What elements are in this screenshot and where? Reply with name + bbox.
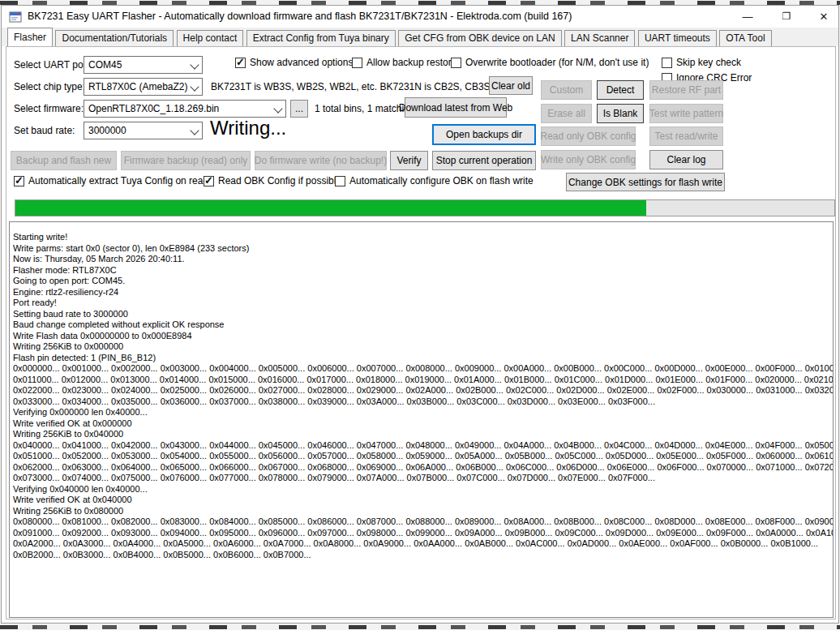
firmware-select[interactable]: OpenRTL87X0C_1.18.269.bin (84, 100, 286, 118)
chip-type-label: Select chip type: (14, 81, 85, 92)
checkbox-box[interactable] (662, 58, 672, 68)
checkbox-box[interactable] (352, 58, 362, 68)
app-window: BK7231 Easy UART Flasher - Automatically… (1, 5, 839, 624)
chevron-down-icon (190, 80, 199, 93)
progress-bar (15, 199, 835, 216)
title-bar[interactable]: BK7231 Easy UART Flasher - Automatically… (2, 6, 838, 28)
verify-button[interactable]: Verify (390, 151, 428, 170)
skip-key-check-checkbox[interactable]: Skip key check (662, 57, 741, 68)
show-advanced-checkbox[interactable]: Show advanced options (235, 57, 353, 68)
progress-bar-fill (15, 200, 646, 216)
download-latest-button[interactable]: Download latest from Web (405, 97, 507, 118)
chevron-down-icon (190, 124, 199, 137)
checkbox-box[interactable] (14, 176, 24, 186)
clear-old-button[interactable]: Clear old (489, 76, 533, 95)
change-obk-settings-button[interactable]: Change OBK settings for flash write (566, 173, 725, 191)
background-window-bottom (0, 624, 840, 630)
maximize-button[interactable]: ❐ (769, 6, 804, 28)
erase-all-button[interactable]: Erase all (541, 104, 592, 123)
baud-rate-select[interactable]: 3000000 (84, 122, 203, 139)
screen: BK7231 Easy UART Flasher - Automatically… (0, 0, 840, 630)
chevron-down-icon (190, 58, 199, 71)
tab-lan-scanner[interactable]: LAN Scanner (564, 30, 635, 46)
tab-help-contact[interactable]: Help contact (177, 30, 244, 46)
auto-extract-tuya-checkbox[interactable]: Automatically extract Tuya Config on rea… (14, 175, 208, 186)
close-button[interactable]: ✕ (806, 6, 840, 28)
app-icon (9, 11, 22, 24)
log-output[interactable]: Starting write! Write parms: start 0x0 (… (9, 221, 834, 618)
custom-button[interactable]: Custom (541, 80, 592, 100)
uart-port-label: Select UART port: (14, 59, 92, 71)
window-title: BK7231 Easy UART Flasher - Automatically… (28, 11, 572, 22)
status-text: Writing... (210, 117, 286, 139)
log-text: Starting write! Write parms: start 0x0 (… (13, 232, 834, 560)
baud-rate-label: Set baud rate: (14, 125, 75, 136)
do-firmware-write-button[interactable]: Do firmware write (no backup!) (255, 151, 387, 170)
auto-configure-obk-checkbox[interactable]: Automatically configure OBK on flash wri… (335, 175, 534, 186)
tab-flasher[interactable]: Flasher (7, 28, 53, 46)
read-obk-config-checkbox[interactable]: Read OBK Config if possible (204, 175, 341, 186)
detect-button[interactable]: Detect (597, 80, 644, 100)
test-write-pattern-button[interactable]: Test write pattern (649, 104, 723, 123)
chip-hint-text: BK7231T is WB3S, WB2S, WB2L, etc. BK7231… (211, 81, 508, 92)
chevron-down-icon (273, 102, 283, 115)
backup-and-flash-new-button[interactable]: Backup and flash new (11, 151, 117, 170)
checkbox-box[interactable] (335, 176, 345, 186)
browse-firmware-button[interactable]: ... (290, 100, 308, 118)
tab-documentation[interactable]: Documentation/Tutorials (55, 30, 174, 46)
overwrite-bootloader-checkbox[interactable]: Overwrite bootloader (for N/M, don't use… (451, 57, 649, 68)
flasher-page: Select UART port: COM45 Show advanced op… (6, 46, 836, 619)
read-only-obk-config-button[interactable]: Read only OBK config (541, 126, 636, 146)
checkbox-box[interactable] (451, 58, 461, 68)
minimize-button[interactable]: — (730, 6, 765, 28)
uart-port-select[interactable]: COM45 (84, 56, 203, 74)
tab-uart-timeouts[interactable]: UART timeouts (638, 30, 717, 46)
open-backups-dir-button[interactable]: Open backups dir (432, 124, 536, 145)
firmware-label: Select firmware: (14, 103, 84, 114)
test-read-write-button[interactable]: Test read/write (649, 126, 723, 146)
clear-log-button[interactable]: Clear log (649, 150, 723, 169)
checkbox-box[interactable] (235, 58, 246, 68)
tab-get-cfg-obk[interactable]: Get CFG from OBK device on LAN (398, 30, 561, 46)
restore-rf-part-button[interactable]: Restore RF part (649, 80, 723, 100)
tab-ota-tool[interactable]: OTA Tool (719, 30, 771, 46)
stop-current-operation-button[interactable]: Stop current operation (432, 151, 536, 170)
checkbox-box[interactable] (204, 176, 214, 186)
allow-backup-restore-checkbox[interactable]: Allow backup restore (352, 57, 456, 68)
is-blank-button[interactable]: Is Blank (597, 104, 644, 123)
tab-strip: Flasher Documentation/Tutorials Help con… (2, 28, 838, 46)
chip-type-select[interactable]: RTL87X0C (AmebaZ2) (84, 78, 203, 96)
tab-extract-config[interactable]: Extract Config from Tuya binary (246, 30, 396, 46)
write-only-obk-config-button[interactable]: Write only OBK config (541, 150, 636, 169)
firmware-backup-only-button[interactable]: Firmware backup (read) only (121, 151, 251, 170)
